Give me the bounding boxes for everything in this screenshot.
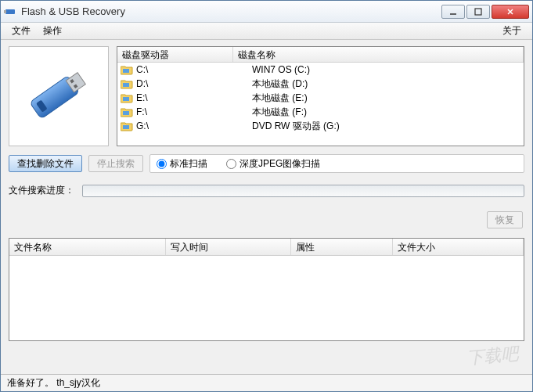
- drive-label: DVD RW 驱动器 (G:): [252, 120, 524, 133]
- col-filename[interactable]: 文件名称: [9, 239, 166, 255]
- menu-file[interactable]: 文件: [5, 23, 37, 39]
- menu-about[interactable]: 关于: [496, 23, 528, 39]
- drive-label: 本地磁盘 (F:): [252, 106, 524, 119]
- drive-list-header: 磁盘驱动器 磁盘名称: [117, 47, 524, 63]
- drive-label: WIN7 OS (C:): [252, 64, 524, 75]
- drive-row[interactable]: F:\本地磁盘 (F:): [117, 105, 524, 119]
- menubar: 文件 操作 关于: [1, 23, 532, 40]
- svg-rect-1: [4, 10, 6, 13]
- drive-letter: F:\: [136, 106, 252, 117]
- maximize-button[interactable]: [466, 5, 490, 19]
- scan-mode-group: 标准扫描 深度JPEG图像扫描: [149, 154, 524, 173]
- svg-rect-12: [123, 83, 129, 87]
- drive-list[interactable]: 磁盘驱动器 磁盘名称 C:\WIN7 OS (C:)D:\本地磁盘 (D:)E:…: [117, 46, 524, 146]
- svg-rect-14: [123, 111, 129, 115]
- watermark: 下载吧: [466, 342, 519, 370]
- usb-drive-icon: [16, 53, 102, 139]
- folder-icon: [121, 64, 133, 75]
- progress-label: 文件搜索进度：: [9, 184, 74, 197]
- scan-button[interactable]: 查找删除文件: [9, 155, 82, 172]
- app-icon: [4, 5, 16, 18]
- drive-letter: D:\: [136, 78, 252, 89]
- col-size[interactable]: 文件大小: [393, 239, 524, 255]
- result-list[interactable]: 文件名称 写入时间 属性 文件大小: [9, 238, 524, 341]
- menu-operate[interactable]: 操作: [37, 23, 68, 39]
- col-name[interactable]: 磁盘名称: [233, 47, 524, 62]
- folder-icon: [121, 106, 133, 117]
- recover-button: 恢复: [487, 211, 523, 228]
- svg-rect-3: [475, 9, 481, 15]
- radio-deepjpeg[interactable]: 深度JPEG图像扫描: [226, 157, 320, 171]
- drive-row[interactable]: G:\DVD RW 驱动器 (G:): [117, 119, 524, 133]
- titlebar: Flash & USB Recovery: [1, 1, 532, 23]
- folder-icon: [121, 92, 133, 103]
- result-list-header: 文件名称 写入时间 属性 文件大小: [9, 239, 524, 256]
- svg-rect-0: [5, 9, 15, 14]
- svg-rect-15: [123, 125, 129, 129]
- radio-standard[interactable]: 标准扫描: [157, 157, 207, 171]
- drive-label: 本地磁盘 (E:): [252, 92, 524, 105]
- col-drive[interactable]: 磁盘驱动器: [117, 47, 233, 62]
- stop-button: 停止搜索: [88, 155, 143, 172]
- svg-rect-13: [123, 97, 129, 101]
- col-attr[interactable]: 属性: [291, 239, 393, 255]
- close-button[interactable]: [492, 5, 529, 19]
- folder-icon: [121, 78, 133, 89]
- status-bar: 准备好了。 th_sjy汉化: [1, 374, 532, 391]
- drive-row[interactable]: C:\WIN7 OS (C:): [117, 63, 524, 77]
- drive-letter: C:\: [136, 64, 252, 75]
- window-controls: [441, 5, 529, 19]
- drive-row[interactable]: E:\本地磁盘 (E:): [117, 91, 524, 105]
- drive-row[interactable]: D:\本地磁盘 (D:): [117, 77, 524, 91]
- drive-letter: G:\: [136, 120, 252, 131]
- window-title: Flash & USB Recovery: [21, 5, 441, 17]
- folder-icon: [121, 120, 133, 131]
- app-window: Flash & USB Recovery 文件 操作 关于: [0, 0, 533, 392]
- col-writetime[interactable]: 写入时间: [166, 239, 291, 255]
- status-text: 准备好了。 th_sjy汉化: [7, 376, 100, 390]
- drive-label: 本地磁盘 (D:): [252, 77, 524, 91]
- progress-bar: [82, 185, 524, 197]
- usb-illustration: [9, 46, 109, 146]
- minimize-button[interactable]: [441, 5, 465, 19]
- svg-rect-11: [123, 69, 129, 73]
- drive-letter: E:\: [136, 92, 252, 103]
